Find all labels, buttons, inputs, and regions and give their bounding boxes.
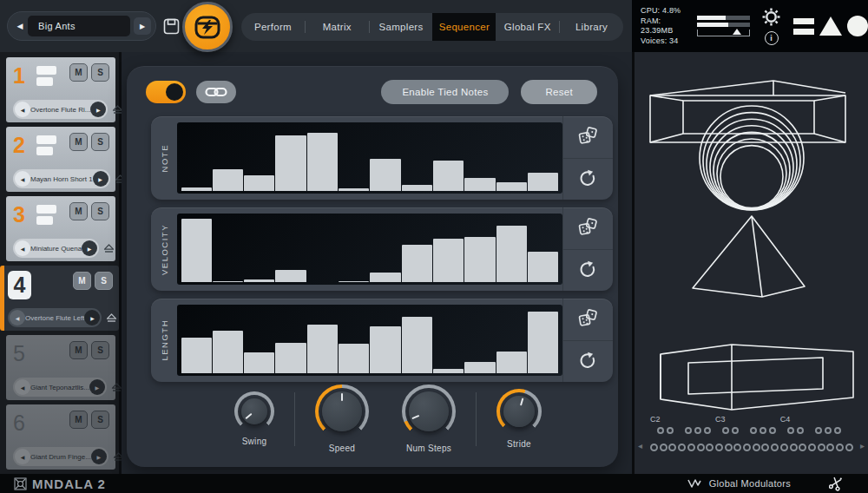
solo-button[interactable]: S xyxy=(91,133,109,151)
prev-sample-icon[interactable]: ◀ xyxy=(10,310,25,325)
reset-button[interactable]: Reset xyxy=(521,80,597,104)
step-bar[interactable] xyxy=(464,178,495,191)
step-bar[interactable] xyxy=(528,252,558,282)
step-bar[interactable] xyxy=(370,273,400,282)
step-bar[interactable] xyxy=(433,239,464,282)
range-left-icon[interactable]: ◂ xyxy=(638,441,642,450)
preset-selector[interactable]: ◀Mayan Horn Short 1▶ xyxy=(13,169,110,188)
eject-button[interactable] xyxy=(106,313,117,323)
step-bar[interactable] xyxy=(244,175,274,191)
sequencer-power-toggle[interactable] xyxy=(146,81,186,103)
link-button[interactable] xyxy=(196,81,236,103)
row-reset-button[interactable] xyxy=(563,249,613,292)
solo-button[interactable]: S xyxy=(95,272,113,290)
step-bar[interactable] xyxy=(339,188,369,191)
track-row-4[interactable]: 4MS◀Overtone Flute Left▶ xyxy=(0,266,119,331)
preset-selector[interactable]: ◀Miniature Quena▶ xyxy=(13,239,99,258)
step-bar[interactable] xyxy=(433,369,464,373)
step-bar[interactable] xyxy=(244,279,274,282)
track-row-2[interactable]: 2MS◀Mayan Horn Short 1▶ xyxy=(6,127,115,192)
save-button[interactable] xyxy=(163,18,180,38)
solo-button[interactable]: S xyxy=(91,202,109,220)
step-bar[interactable] xyxy=(339,281,369,283)
step-bar[interactable] xyxy=(528,173,558,191)
randomize-button[interactable] xyxy=(563,207,613,249)
next-sample-icon[interactable]: ▶ xyxy=(89,379,105,395)
knob-swing[interactable] xyxy=(234,391,274,431)
panic-button[interactable] xyxy=(829,477,844,491)
enable-tied-notes-button[interactable]: Enable Tied Notes xyxy=(381,80,509,104)
range-right-icon[interactable]: ▸ xyxy=(860,441,865,450)
tab-global-fx[interactable]: Global FX xyxy=(496,13,559,41)
step-bar[interactable] xyxy=(464,237,495,282)
step-bar[interactable] xyxy=(213,281,243,283)
mute-button[interactable]: M xyxy=(69,411,88,429)
solo-button[interactable]: S xyxy=(91,63,109,82)
knob-num-steps[interactable] xyxy=(402,385,456,438)
mute-button[interactable]: M xyxy=(69,202,88,220)
tab-sequencer[interactable]: Sequencer xyxy=(432,13,496,41)
step-bar[interactable] xyxy=(181,219,212,282)
width-slider[interactable] xyxy=(697,30,750,36)
randomize-button[interactable] xyxy=(563,116,613,158)
step-bar[interactable] xyxy=(339,344,369,373)
step-bar[interactable] xyxy=(496,352,527,373)
tab-samplers[interactable]: Samplers xyxy=(370,13,433,41)
step-bar[interactable] xyxy=(402,317,432,373)
step-bar[interactable] xyxy=(307,133,338,192)
step-bar[interactable] xyxy=(275,270,306,282)
mute-button[interactable]: M xyxy=(69,133,88,151)
step-bars-display[interactable] xyxy=(177,214,562,285)
prev-sample-icon[interactable]: ◀ xyxy=(15,102,30,117)
row-reset-button[interactable] xyxy=(563,158,613,200)
step-bar[interactable] xyxy=(496,226,527,282)
prev-sample-icon[interactable]: ◀ xyxy=(15,379,30,395)
step-bar[interactable] xyxy=(370,159,400,192)
tab-perform[interactable]: Perform xyxy=(241,13,305,41)
tab-matrix[interactable]: Matrix xyxy=(306,13,369,41)
preset-selector[interactable]: ◀Giant Drum Finge...▶ xyxy=(13,447,108,466)
step-bar[interactable] xyxy=(213,331,243,373)
slider-thumb-icon[interactable] xyxy=(733,29,741,35)
track-row-5[interactable]: 5MS◀Giant Teponaztlis...▶ xyxy=(6,335,115,400)
step-bar[interactable] xyxy=(370,326,400,373)
knob-speed[interactable] xyxy=(315,385,369,438)
prev-sample-icon[interactable]: ◀ xyxy=(15,171,30,187)
step-bars-display[interactable] xyxy=(177,305,562,376)
track-row-6[interactable]: 6MS◀Giant Drum Finge...▶ xyxy=(6,404,115,470)
randomize-button[interactable] xyxy=(563,299,613,340)
info-icon[interactable]: i xyxy=(765,31,779,45)
step-bars-display[interactable] xyxy=(177,122,562,194)
prev-sample-icon[interactable]: ◀ xyxy=(15,449,30,464)
preset-next-icon[interactable]: ▶ xyxy=(134,17,151,35)
step-bar[interactable] xyxy=(181,187,212,191)
mute-button[interactable]: M xyxy=(69,341,88,359)
step-bar[interactable] xyxy=(275,135,306,191)
step-bar[interactable] xyxy=(464,362,495,373)
eject-button[interactable] xyxy=(111,383,122,392)
next-sample-icon[interactable]: ▶ xyxy=(91,449,107,464)
step-bar[interactable] xyxy=(402,245,432,282)
step-bar[interactable] xyxy=(433,161,464,191)
eject-button[interactable] xyxy=(103,244,115,253)
mute-button[interactable]: M xyxy=(73,272,91,290)
global-modulators-label[interactable]: Global Modulators xyxy=(709,478,791,489)
step-bar[interactable] xyxy=(275,343,306,373)
tab-library[interactable]: Library xyxy=(560,13,623,41)
gear-icon[interactable] xyxy=(761,7,781,27)
step-bar[interactable] xyxy=(528,312,558,373)
preset-selector[interactable]: ◀Overtone Flute Left▶ xyxy=(8,308,102,327)
solo-button[interactable]: S xyxy=(91,411,109,429)
track-row-3[interactable]: 3MS◀Miniature Quena▶ xyxy=(6,196,115,261)
step-bar[interactable] xyxy=(181,338,212,373)
step-bar[interactable] xyxy=(244,352,274,373)
step-bar[interactable] xyxy=(402,185,432,191)
step-bar[interactable] xyxy=(213,169,243,191)
mute-button[interactable]: M xyxy=(69,63,88,82)
next-sample-icon[interactable]: ▶ xyxy=(82,240,97,256)
preset-name-field[interactable]: Big Ants xyxy=(28,16,130,36)
row-reset-button[interactable] xyxy=(563,340,613,383)
preset-selector[interactable]: ◀Overtone Flute Ri...▶ xyxy=(13,100,108,119)
next-sample-icon[interactable]: ▶ xyxy=(84,310,100,325)
step-bar[interactable] xyxy=(496,182,527,192)
